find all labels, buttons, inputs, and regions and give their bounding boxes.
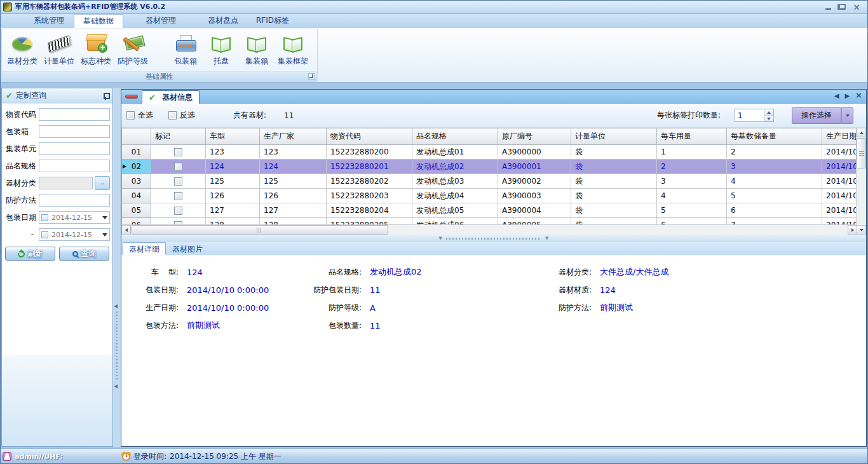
ribbon-button[interactable]: 标志种类 [81, 32, 111, 67]
close-tab-icon[interactable]: × [855, 92, 862, 99]
horizontal-splitter[interactable]: ▼ ▼ [121, 235, 866, 242]
pin-icon[interactable] [102, 92, 109, 100]
col-manufacturer[interactable]: 生产厂家 [260, 128, 327, 145]
select-all-checkbox[interactable] [126, 111, 135, 119]
calendar-dropdown-icon[interactable] [102, 233, 107, 236]
restore-button[interactable] [839, 4, 845, 10]
ribbon-button[interactable]: 防护等级 [118, 32, 148, 67]
print-qty-value[interactable]: 1 [735, 109, 764, 121]
splitter-arrow-icon[interactable]: ◀ [114, 304, 120, 309]
print-qty-stepper[interactable]: 1 [735, 109, 774, 122]
query-field-input[interactable] [39, 125, 110, 138]
splitter-grip[interactable] [116, 311, 118, 381]
row-number-cell[interactable]: ▶03 [122, 174, 151, 189]
col-material-code[interactable]: 物资代码 [327, 128, 412, 145]
row-mark-cell[interactable] [151, 160, 206, 174]
group-expander-icon[interactable] [308, 73, 315, 80]
row-checkbox[interactable] [174, 192, 182, 200]
table-row[interactable]: ▶05 127 127 152232880204 发动机总成05 A390000… [122, 203, 858, 218]
col-vehicle-model[interactable]: 车型 [206, 128, 260, 145]
grid-horizontal-scrollbar[interactable] [121, 224, 857, 235]
scroll-down-button[interactable] [857, 225, 866, 235]
scroll-tabs-left-icon[interactable]: ◀ [834, 92, 839, 99]
custom-query-title: 定制查询 [16, 90, 46, 101]
detail-tab[interactable]: 器材图片 [166, 242, 209, 255]
operation-select-button[interactable]: 操作选择 [792, 107, 841, 124]
vertical-scroll-thumb[interactable] [857, 138, 866, 168]
row-mark-cell[interactable] [151, 218, 206, 225]
calendar-dropdown-icon[interactable] [102, 216, 107, 219]
refresh-button[interactable]: 刷新 [5, 247, 55, 261]
splitter-arrow-icon[interactable]: ▼ [545, 236, 548, 241]
close-button[interactable]: × [853, 1, 860, 13]
table-row[interactable]: ▶03 125 125 152232880202 发动机总成03 A390000… [122, 174, 858, 189]
ribbon-button[interactable]: 器材分类 [7, 32, 37, 67]
col-measure-unit[interactable]: 计量单位 [571, 128, 657, 145]
collapse-tab-button[interactable] [125, 95, 138, 99]
ribbon-button[interactable]: 包装箱 [171, 32, 200, 67]
row-number-cell[interactable]: ▶02 [122, 160, 151, 174]
ribbon-button[interactable]: 托盘 [207, 32, 236, 67]
stepper-down-button[interactable] [764, 116, 773, 121]
row-mark-cell[interactable] [151, 174, 206, 189]
operation-select-dropdown[interactable] [841, 107, 853, 124]
row-checkbox[interactable] [174, 207, 182, 215]
stepper-up-button[interactable] [764, 109, 773, 116]
query-field-input[interactable] [39, 142, 110, 155]
splitter-arrow-icon[interactable]: ◀ [114, 384, 120, 389]
tab-equipment-info[interactable]: ✔ 器材信息 [142, 90, 200, 104]
splitter-arrow-icon[interactable]: ▼ [439, 236, 442, 241]
row-checkbox[interactable] [174, 177, 182, 186]
table-row[interactable]: ▶01 123 123 152232880200 发动机总成01 A390000… [122, 145, 858, 160]
menu-tab[interactable]: 器材盘点 [198, 14, 248, 28]
row-number-cell[interactable]: ▶01 [122, 145, 151, 160]
query-field-input[interactable] [39, 160, 110, 172]
menu-tab[interactable]: 系统管理 [24, 14, 74, 28]
menu-tab[interactable]: 基础数据 [74, 14, 123, 28]
row-number-cell[interactable]: ▶06 [122, 218, 151, 225]
scroll-right-button[interactable] [848, 225, 857, 235]
query-field-input[interactable] [39, 108, 110, 121]
table-row[interactable]: ▶06 128 128 152232880205 发动机总成06 A390000… [122, 218, 858, 225]
table-row[interactable]: ▶04 126 126 152232880203 发动机总成04 A390000… [122, 189, 858, 203]
ribbon-button[interactable]: 计量单位 [44, 32, 74, 67]
date-from-picker[interactable]: 2014-12-15 [39, 211, 110, 224]
col-mark[interactable]: 标记 [151, 128, 206, 145]
query-button[interactable]: 查询 [59, 247, 109, 261]
col-factory-number[interactable]: 原厂编号 [498, 128, 571, 145]
row-checkbox[interactable] [174, 163, 182, 171]
detail-tab[interactable]: 器材详细 [123, 242, 166, 255]
category-picker-button[interactable]: .. [95, 176, 110, 190]
date-checkbox[interactable] [41, 231, 48, 238]
row-mark-cell[interactable] [151, 203, 206, 218]
row-number-cell[interactable]: ▶04 [122, 189, 151, 203]
ribbon-button[interactable]: 集装框架 [278, 32, 308, 67]
col-per-vehicle-usage[interactable]: 每车用量 [657, 128, 727, 145]
vertical-splitter[interactable]: ◀ ◀ [113, 88, 121, 447]
row-number-cell[interactable]: ▶05 [122, 203, 151, 218]
col-production-date[interactable]: 生产日期 [822, 128, 858, 145]
col-product-spec[interactable]: 品名规格 [412, 128, 498, 145]
scroll-left-button[interactable] [121, 225, 131, 235]
row-checkbox[interactable] [174, 148, 182, 156]
table-row[interactable]: ▶02 124 124 152232880201 发动机总成02 A390000… [122, 160, 858, 174]
row-mark-cell[interactable] [151, 189, 206, 203]
ribbon-tab-bar: 系统管理 基础数据 器材管理 器材盘点 RFID标签 [0, 14, 868, 28]
protect-method-input[interactable] [39, 194, 110, 207]
grid-vertical-scrollbar[interactable] [856, 128, 866, 235]
invert-select-checkbox[interactable] [168, 111, 177, 119]
minimize-button[interactable] [825, 8, 831, 10]
date-checkbox[interactable] [41, 214, 48, 221]
grid-header-row: 标记 车型 生产厂家 物资代码 品名规格 原厂编号 计量单位 每车用量 每基数储… [122, 128, 858, 145]
scroll-tabs-right-icon[interactable]: ▶ [844, 92, 850, 99]
splitter-grip[interactable] [446, 238, 541, 240]
ribbon-button[interactable]: 集装箱 [242, 32, 271, 67]
scroll-up-button[interactable] [857, 128, 866, 137]
date-to-picker[interactable]: 2014-12-15 [39, 228, 110, 241]
horizontal-scroll-thumb[interactable] [132, 225, 388, 235]
menu-tab[interactable]: 器材管理 [136, 14, 186, 28]
row-mark-cell[interactable] [151, 145, 206, 160]
cell-product-spec: 发动机总成03 [412, 174, 498, 189]
col-base-reserve[interactable]: 每基数储备量 [727, 128, 822, 145]
menu-tab[interactable]: RFID标签 [248, 14, 297, 28]
